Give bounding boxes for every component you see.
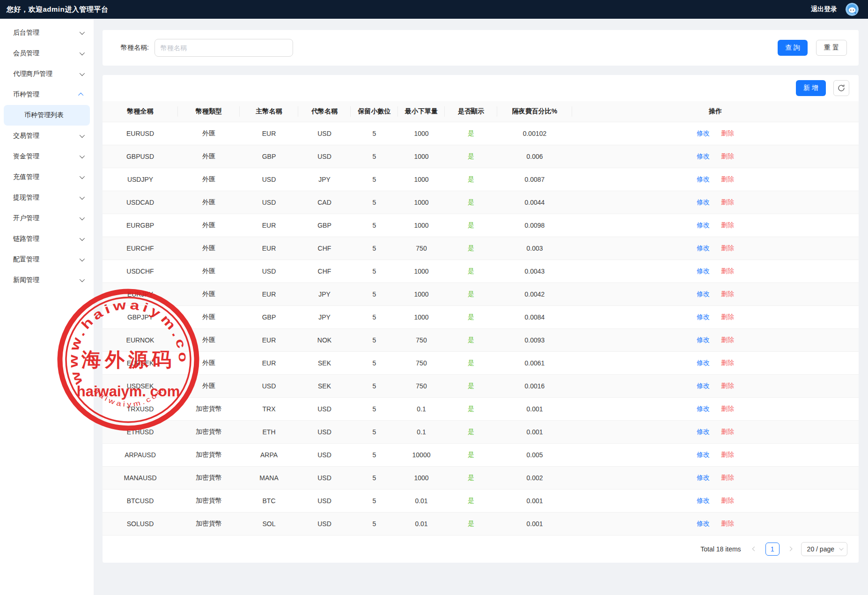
avatar-icon <box>846 3 859 16</box>
type-cell: 加密貨幣 <box>178 466 240 489</box>
edit-link[interactable]: 修改 <box>697 336 710 343</box>
sidebar-item[interactable]: 后台管理 <box>0 22 94 43</box>
edit-link[interactable]: 修改 <box>697 129 710 137</box>
sidebar-item[interactable]: 交易管理 <box>0 126 94 146</box>
visible-cell: 是 <box>445 191 497 214</box>
column-header: 主幣名稱 <box>240 101 298 122</box>
type-cell: 外匯 <box>178 374 240 397</box>
currency-name-input[interactable] <box>154 39 293 57</box>
pair-cell: GBPJPY <box>103 305 178 328</box>
delete-link[interactable]: 删除 <box>721 474 734 481</box>
edit-link[interactable]: 修改 <box>697 497 710 504</box>
sidebar-item[interactable]: 新闻管理 <box>0 270 94 290</box>
edit-link[interactable]: 修改 <box>697 451 710 458</box>
edit-link[interactable]: 修改 <box>697 313 710 320</box>
delete-link[interactable]: 删除 <box>721 428 734 435</box>
chevron-down-icon <box>80 277 85 282</box>
edit-link[interactable]: 修改 <box>697 244 710 252</box>
page-number-button[interactable]: 1 <box>765 543 780 556</box>
delete-link[interactable]: 删除 <box>721 382 734 389</box>
delete-link[interactable]: 删除 <box>721 129 734 137</box>
delete-link[interactable]: 删除 <box>721 336 734 343</box>
quote-currency-cell: USD <box>298 466 351 489</box>
delete-link[interactable]: 删除 <box>721 221 734 229</box>
currency-table: 幣種全稱幣種類型主幣名稱代幣名稱保留小數位最小下單量是否顯示隔夜費百分比%操作 … <box>103 101 859 536</box>
edit-link[interactable]: 修改 <box>697 221 710 229</box>
delete-link[interactable]: 删除 <box>721 451 734 458</box>
add-button[interactable]: 新 增 <box>796 80 826 96</box>
edit-link[interactable]: 修改 <box>697 198 710 206</box>
user-avatar[interactable] <box>846 3 859 16</box>
edit-link[interactable]: 修改 <box>697 152 710 160</box>
sidebar-item[interactable]: 配置管理 <box>0 249 94 270</box>
min-order-cell: 1000 <box>398 122 445 145</box>
search-panel: 幣種名稱: 查 詢 重 置 <box>103 30 859 66</box>
delete-link[interactable]: 删除 <box>721 359 734 366</box>
sidebar-item[interactable]: 币种管理 <box>0 84 94 105</box>
next-page-button[interactable] <box>784 543 796 556</box>
overnight-fee-cell: 0.003 <box>497 237 572 260</box>
decimals-cell: 5 <box>351 305 398 328</box>
quote-currency-cell: GBP <box>298 214 351 237</box>
delete-link[interactable]: 删除 <box>721 405 734 412</box>
base-currency-cell: BTC <box>240 489 298 512</box>
visible-cell: 是 <box>445 420 497 443</box>
table-header-row: 幣種全稱幣種類型主幣名稱代幣名稱保留小數位最小下單量是否顯示隔夜費百分比%操作 <box>103 101 859 122</box>
query-button[interactable]: 查 詢 <box>778 40 808 56</box>
edit-link[interactable]: 修改 <box>697 405 710 412</box>
pair-cell: ARPAUSD <box>103 443 178 466</box>
delete-link[interactable]: 删除 <box>721 290 734 298</box>
delete-link[interactable]: 删除 <box>721 267 734 275</box>
chevron-down-icon <box>839 546 844 550</box>
edit-link[interactable]: 修改 <box>697 359 710 366</box>
page-size-select[interactable]: 20 / page <box>801 542 847 556</box>
base-currency-cell: USD <box>240 168 298 191</box>
visible-cell: 是 <box>445 489 497 512</box>
sidebar-subitem-active[interactable]: 币种管理列表 <box>4 105 90 126</box>
edit-link[interactable]: 修改 <box>697 267 710 275</box>
actions-cell: 修改删除 <box>572 260 859 283</box>
visible-cell: 是 <box>445 168 497 191</box>
sidebar-item[interactable]: 会员管理 <box>0 43 94 64</box>
min-order-cell: 750 <box>398 351 445 374</box>
visible-cell: 是 <box>445 443 497 466</box>
visible-cell: 是 <box>445 466 497 489</box>
sidebar-item[interactable]: 代理商戶管理 <box>0 64 94 84</box>
sidebar-item[interactable]: 链路管理 <box>0 229 94 249</box>
decimals-cell: 5 <box>351 420 398 443</box>
reset-button[interactable]: 重 置 <box>816 40 847 56</box>
overnight-fee-cell: 0.005 <box>497 443 572 466</box>
delete-link[interactable]: 删除 <box>721 520 734 527</box>
quote-currency-cell: NOK <box>298 328 351 351</box>
prev-page-button[interactable] <box>749 543 761 556</box>
sidebar-item[interactable]: 资金管理 <box>0 146 94 167</box>
delete-link[interactable]: 删除 <box>721 152 734 160</box>
refresh-button[interactable] <box>833 80 849 96</box>
delete-link[interactable]: 删除 <box>721 497 734 504</box>
chevron-down-icon <box>80 236 85 241</box>
decimals-cell: 5 <box>351 145 398 168</box>
pair-cell: USDSEK <box>103 374 178 397</box>
chevron-right-icon <box>788 547 793 551</box>
edit-link[interactable]: 修改 <box>697 428 710 435</box>
edit-link[interactable]: 修改 <box>697 382 710 389</box>
sidebar-item[interactable]: 提现管理 <box>0 187 94 208</box>
delete-link[interactable]: 删除 <box>721 175 734 183</box>
min-order-cell: 0.01 <box>398 489 445 512</box>
visible-cell: 是 <box>445 351 497 374</box>
edit-link[interactable]: 修改 <box>697 175 710 183</box>
sidebar-item[interactable]: 充值管理 <box>0 167 94 187</box>
sidebar-item[interactable]: 开户管理 <box>0 208 94 229</box>
logout-button[interactable]: 退出登录 <box>811 5 837 14</box>
delete-link[interactable]: 删除 <box>721 313 734 320</box>
decimals-cell: 5 <box>351 397 398 420</box>
min-order-cell: 0.01 <box>398 512 445 535</box>
edit-link[interactable]: 修改 <box>697 520 710 527</box>
base-currency-cell: EUR <box>240 328 298 351</box>
actions-cell: 修改删除 <box>572 283 859 305</box>
refresh-icon <box>837 84 846 92</box>
delete-link[interactable]: 删除 <box>721 244 734 252</box>
edit-link[interactable]: 修改 <box>697 290 710 298</box>
delete-link[interactable]: 删除 <box>721 198 734 206</box>
edit-link[interactable]: 修改 <box>697 474 710 481</box>
